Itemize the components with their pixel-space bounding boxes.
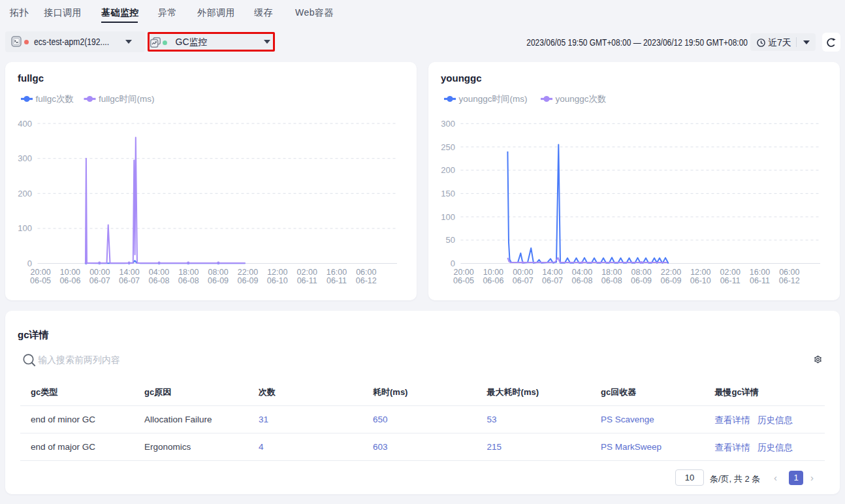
svg-text:400: 400 xyxy=(18,119,32,129)
svg-text:0: 0 xyxy=(451,259,455,268)
svg-text:06-06: 06-06 xyxy=(483,276,503,285)
svg-text:06-09: 06-09 xyxy=(661,276,682,285)
svg-text:06-12: 06-12 xyxy=(356,276,377,285)
svg-text:06-11: 06-11 xyxy=(720,276,741,285)
svg-text:06-08: 06-08 xyxy=(601,276,622,285)
svg-text:0: 0 xyxy=(27,259,32,268)
svg-text:06-12: 06-12 xyxy=(779,276,800,285)
svg-text:06-08: 06-08 xyxy=(572,276,593,285)
svg-text:300: 300 xyxy=(18,153,32,163)
svg-text:250: 250 xyxy=(441,142,455,152)
svg-text:150: 150 xyxy=(441,189,455,198)
svg-text:06-07: 06-07 xyxy=(119,276,140,285)
svg-text:300: 300 xyxy=(441,119,455,129)
svg-text:06-07: 06-07 xyxy=(542,276,563,285)
svg-text:06-10: 06-10 xyxy=(690,276,711,285)
svg-text:younggc次数: younggc次数 xyxy=(556,94,607,104)
svg-text:06-11: 06-11 xyxy=(750,276,770,285)
svg-text:06-08: 06-08 xyxy=(149,276,170,285)
svg-text:fullgc次数: fullgc次数 xyxy=(36,94,74,104)
svg-text:06-07: 06-07 xyxy=(513,276,534,285)
svg-text:06-05: 06-05 xyxy=(453,276,474,285)
svg-text:06-07: 06-07 xyxy=(89,276,110,285)
svg-text:06-05: 06-05 xyxy=(30,276,51,285)
svg-text:06-06: 06-06 xyxy=(59,276,80,285)
svg-text:fullgc时间(ms): fullgc时间(ms) xyxy=(99,94,155,104)
svg-text:06-11: 06-11 xyxy=(297,276,317,285)
svg-text:200: 200 xyxy=(441,165,455,175)
svg-text:06-09: 06-09 xyxy=(238,276,259,285)
svg-text:06-09: 06-09 xyxy=(208,276,229,285)
svg-text:younggc时间(ms): younggc时间(ms) xyxy=(459,94,528,104)
svg-text:100: 100 xyxy=(441,212,455,222)
svg-text:50: 50 xyxy=(446,235,455,245)
svg-text:100: 100 xyxy=(18,223,32,233)
svg-text:06-11: 06-11 xyxy=(327,276,347,285)
svg-text:06-08: 06-08 xyxy=(178,276,199,285)
svg-text:06-10: 06-10 xyxy=(267,276,288,285)
svg-text:200: 200 xyxy=(18,189,32,198)
svg-text:06-09: 06-09 xyxy=(631,276,652,285)
